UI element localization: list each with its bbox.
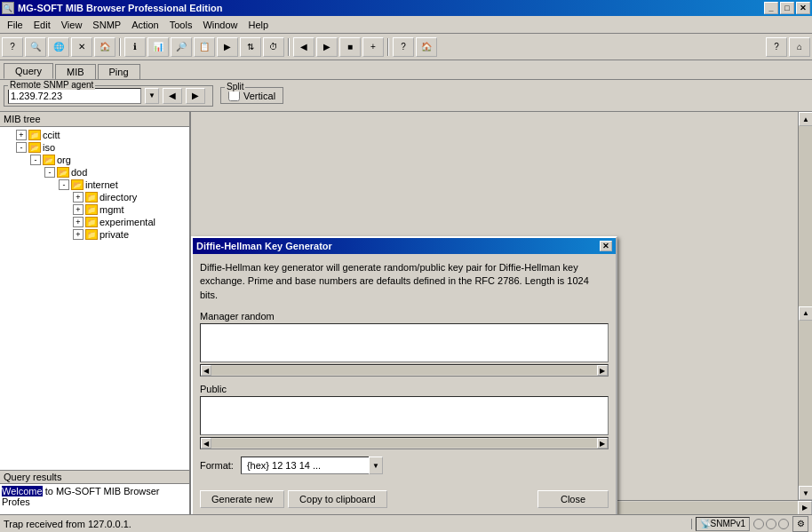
status-left: Trap received from 127.0.0.1. xyxy=(0,519,692,529)
minimize-button[interactable]: _ xyxy=(764,2,778,14)
app-title: MG-SOFT MIB Browser Professional Edition xyxy=(18,3,222,13)
tool-search[interactable]: 🔍 xyxy=(25,37,46,57)
format-select[interactable]: {hex} 12 13 14 ... {dec} 18 19 20 ... {b… xyxy=(241,457,383,474)
tool-home-right[interactable]: ⌂ xyxy=(789,37,810,57)
status-circles xyxy=(753,519,789,529)
title-bar: 🔍 MG-SOFT MIB Browser Professional Editi… xyxy=(0,0,812,16)
public-scroll-right[interactable]: ▶ xyxy=(597,438,608,449)
tab-bar: Query MIB Ping xyxy=(0,60,812,80)
toolbar: ? 🔍 🌐 ✕ 🏠 ℹ 📊 🔎 📋 ▶ ⇅ ⏱ ◀ ▶ ■ + ? 🏠 ? ⌂ xyxy=(0,34,812,60)
tool-help-right[interactable]: ? xyxy=(766,37,787,57)
tool-stop[interactable]: ■ xyxy=(339,37,361,57)
panels-row: MIB tree + 📁 ccitt - 📂 iso - 📂 xyxy=(0,112,812,514)
manager-random-field: Manager random ◀ ▶ xyxy=(200,311,609,377)
format-select-wrapper: {hex} 12 13 14 ... {dec} 18 19 20 ... {b… xyxy=(241,457,383,474)
split-group-label: Split xyxy=(225,82,245,91)
status-circle-2 xyxy=(766,519,776,529)
status-bar: Trap received from 127.0.0.1. 📡 SNMPv1 ⚙ xyxy=(0,514,812,532)
manager-scroll-track[interactable] xyxy=(211,366,597,375)
public-hscroll[interactable]: ◀ ▶ xyxy=(200,437,609,449)
menu-help[interactable]: Help xyxy=(243,18,275,32)
manager-scroll-left[interactable]: ◀ xyxy=(201,365,211,376)
toolbar-separator-1 xyxy=(119,38,121,56)
status-circle-3 xyxy=(778,519,789,529)
tab-query[interactable]: Query xyxy=(4,63,53,79)
snmp-version-indicator: 📡 SNMPv1 xyxy=(696,517,750,531)
split-group: Split Vertical xyxy=(220,87,283,104)
dialog-description: Diffie-Hellman key generator will genera… xyxy=(200,261,609,302)
dialog-buttons: Generate new Copy to clipboard Close xyxy=(200,483,609,508)
public-input[interactable] xyxy=(200,396,609,435)
agent-group: Remote SNMP agent ▼ ◀ ▶ xyxy=(4,85,213,107)
dialog-title-bar: Diffie-Hellman Key Generator ✕ xyxy=(193,238,616,254)
tool-left[interactable]: ◀ xyxy=(293,37,314,57)
tool-search2[interactable]: 🔎 xyxy=(171,37,192,57)
manager-random-input[interactable] xyxy=(200,323,609,362)
modal-overlay: Diffie-Hellman Key Generator ✕ Diffie-He… xyxy=(0,112,812,514)
maximize-button[interactable]: □ xyxy=(780,2,794,14)
tool-table[interactable]: 📋 xyxy=(194,37,215,57)
snmp-version-text: SNMPv1 xyxy=(711,519,745,528)
format-row: Format: {hex} 12 13 14 ... {dec} 18 19 2… xyxy=(200,457,609,474)
menu-file[interactable]: File xyxy=(2,18,28,32)
tool-question[interactable]: ? xyxy=(2,37,23,57)
status-text: Trap received from 127.0.0.1. xyxy=(4,519,131,529)
toolbar-separator-2 xyxy=(288,38,290,56)
snmp-version-icon: 📡 xyxy=(700,519,711,528)
status-circle-1 xyxy=(753,519,764,529)
tool-globe[interactable]: 🌐 xyxy=(48,37,69,57)
format-label: Format: xyxy=(200,460,234,471)
tool-right[interactable]: ▶ xyxy=(316,37,338,57)
menu-view[interactable]: View xyxy=(56,18,88,32)
agent-group-label: Remote SNMP agent xyxy=(8,80,95,90)
public-scroll-left[interactable]: ◀ xyxy=(201,438,211,449)
tool-add[interactable]: + xyxy=(362,37,384,57)
tool-graph[interactable]: 📊 xyxy=(147,37,169,57)
menu-edit[interactable]: Edit xyxy=(28,18,56,32)
close-button[interactable]: ✕ xyxy=(796,2,810,14)
status-settings-icon[interactable]: ⚙ xyxy=(792,516,808,532)
agent-dropdown[interactable]: ▼ xyxy=(145,88,159,104)
app-icon: 🔍 xyxy=(2,2,14,14)
menu-tools[interactable]: Tools xyxy=(164,18,198,32)
app-window: 🔍 MG-SOFT MIB Browser Professional Editi… xyxy=(0,0,812,532)
manager-random-label: Manager random xyxy=(200,311,609,322)
dialog-body: Diffie-Hellman key generator will genera… xyxy=(193,254,616,514)
dialog-diffie-hellman: Diffie-Hellman Key Generator ✕ Diffie-He… xyxy=(191,236,617,514)
dialog-btn-group-left: Generate new Copy to clipboard xyxy=(200,490,387,508)
agent-bar: Remote SNMP agent ▼ ◀ ▶ Split Vertical xyxy=(0,80,812,112)
menu-window[interactable]: Window xyxy=(197,18,243,32)
agent-input[interactable] xyxy=(8,88,141,104)
dialog-close-icon[interactable]: ✕ xyxy=(600,241,612,251)
menu-bar: File Edit View SNMP Action Tools Window … xyxy=(0,16,812,34)
tab-mib[interactable]: MIB xyxy=(55,64,96,79)
tool-close[interactable]: ✕ xyxy=(71,37,92,57)
public-field: Public ◀ ▶ xyxy=(200,384,609,449)
title-bar-left: 🔍 MG-SOFT MIB Browser Professional Editi… xyxy=(2,2,222,14)
manager-scroll-right[interactable]: ▶ xyxy=(597,365,608,376)
generate-new-button[interactable]: Generate new xyxy=(200,490,284,508)
tool-info[interactable]: ℹ xyxy=(124,37,146,57)
menu-snmp[interactable]: SNMP xyxy=(87,18,126,32)
menu-action[interactable]: Action xyxy=(126,18,164,32)
tool-arrows[interactable]: ⇅ xyxy=(240,37,261,57)
tab-ping[interactable]: Ping xyxy=(98,64,140,79)
nav-next[interactable]: ▶ xyxy=(186,88,205,104)
status-right: 📡 SNMPv1 ⚙ xyxy=(692,516,812,532)
nav-prev[interactable]: ◀ xyxy=(163,88,182,104)
manager-random-hscroll[interactable]: ◀ ▶ xyxy=(200,364,609,377)
split-checkbox-label: Vertical xyxy=(243,91,275,101)
public-scroll-track[interactable] xyxy=(211,439,597,448)
tool-timer[interactable]: ⏱ xyxy=(263,37,284,57)
tool-help2[interactable]: ? xyxy=(393,37,414,57)
tool-house[interactable]: 🏠 xyxy=(416,37,437,57)
title-bar-controls: _ □ ✕ xyxy=(764,2,810,14)
tool-play[interactable]: ▶ xyxy=(217,37,238,57)
tool-home[interactable]: 🏠 xyxy=(94,37,115,57)
public-label: Public xyxy=(200,384,609,394)
toolbar-separator-3 xyxy=(387,38,389,56)
copy-to-clipboard-button[interactable]: Copy to clipboard xyxy=(288,490,387,508)
close-dialog-button[interactable]: Close xyxy=(537,490,609,508)
dialog-title: Diffie-Hellman Key Generator xyxy=(196,241,332,251)
